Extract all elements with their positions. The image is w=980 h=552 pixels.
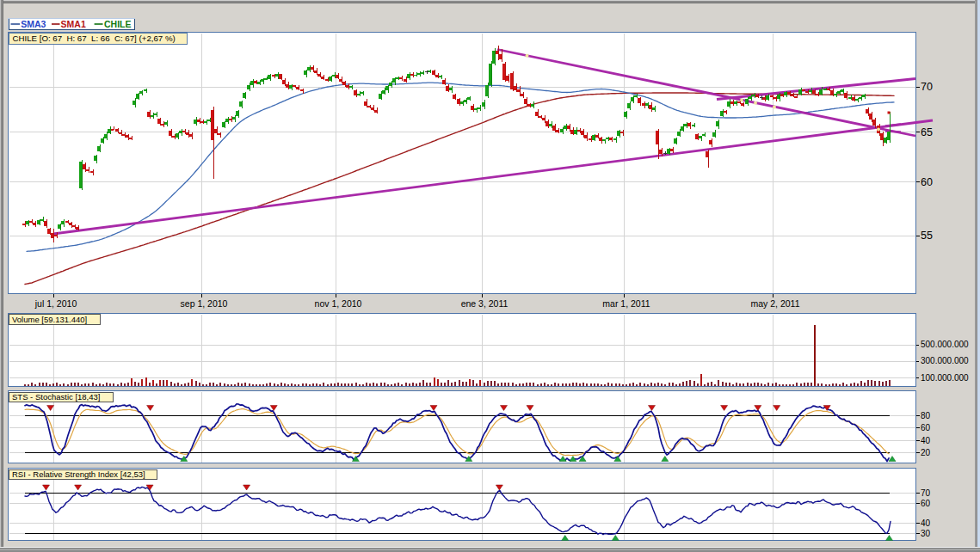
svg-text:ene 3, 2011: ene 3, 2011 xyxy=(461,298,508,309)
svg-text:SMA3: SMA3 xyxy=(21,19,46,29)
svg-text:100.000.000: 100.000.000 xyxy=(921,373,969,383)
svg-text:60: 60 xyxy=(921,499,931,508)
svg-text:CHILE [O: 67 H: 67 L: 66 C:: CHILE [O: 67 H: 67 L: 66 C: 67] (+2,67 %… xyxy=(13,34,176,43)
svg-text:40: 40 xyxy=(921,518,931,528)
svg-text:nov 1, 2010: nov 1, 2010 xyxy=(315,298,362,309)
svg-text:55: 55 xyxy=(921,230,933,242)
svg-text:CHILE: CHILE xyxy=(104,19,132,29)
svg-text:30: 30 xyxy=(921,529,931,538)
svg-text:80: 80 xyxy=(921,411,931,420)
svg-text:500.000.000: 500.000.000 xyxy=(921,340,969,349)
svg-text:20: 20 xyxy=(921,448,931,457)
svg-text:70: 70 xyxy=(921,488,931,498)
svg-text:RSI - Relative Strength Index: RSI - Relative Strength Index [42,53] xyxy=(12,469,145,479)
svg-text:jul 1, 2010: jul 1, 2010 xyxy=(34,298,77,309)
svg-text:60: 60 xyxy=(921,176,933,188)
svg-text:300.000.000: 300.000.000 xyxy=(921,356,969,365)
svg-text:40: 40 xyxy=(921,436,931,445)
svg-text:Volume [59.131.440]: Volume [59.131.440] xyxy=(12,315,87,324)
svg-text:70: 70 xyxy=(921,81,933,93)
svg-text:STS - Stochastic [18,43]: STS - Stochastic [18,43] xyxy=(12,392,100,402)
svg-text:60: 60 xyxy=(921,423,931,432)
svg-text:65: 65 xyxy=(921,126,933,138)
svg-text:SMA1: SMA1 xyxy=(61,19,86,29)
svg-text:may 2, 2011: may 2, 2011 xyxy=(750,298,799,309)
svg-text:mar 1, 2011: mar 1, 2011 xyxy=(602,298,650,309)
svg-text:sep 1, 2010: sep 1, 2010 xyxy=(181,298,228,309)
